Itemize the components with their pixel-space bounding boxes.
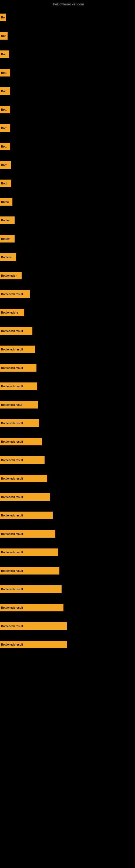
bar-row: Bot xyxy=(0,27,135,45)
bar-label: Bott xyxy=(0,161,11,169)
bar-row: Bottleneck result xyxy=(0,488,135,506)
bar-label: Bottlen xyxy=(0,216,14,224)
site-title: TheBottlenecker.com xyxy=(0,0,135,7)
list-item: Bottlen xyxy=(0,216,14,224)
list-item: Bottleneck re xyxy=(0,309,24,316)
bar-row: Bottleneck result xyxy=(0,525,135,543)
bar-row: Bott xyxy=(0,45,135,63)
list-item: Bottleneck result xyxy=(0,530,55,538)
bar-label: Bottlen xyxy=(0,235,14,243)
bar-row: Bottleneck result xyxy=(0,414,135,432)
list-item: Bottleneck result xyxy=(0,604,63,611)
bars-container: BoBotBottBottBottBottBottBottBottBottlBo… xyxy=(0,8,135,654)
bar-row: Bottleneck result xyxy=(0,469,135,488)
list-item: Bottlen xyxy=(0,235,14,243)
bar-label: Bottleneck result xyxy=(0,438,42,445)
list-item: Bottlene xyxy=(0,253,16,261)
bar-label: Bott xyxy=(0,51,9,58)
bar-label: Bottleneck result xyxy=(0,456,45,464)
bar-row: Bottleneck result xyxy=(0,543,135,561)
bar-label: Bottleneck result xyxy=(0,382,37,390)
list-item: Bottleneck result xyxy=(0,456,45,464)
list-item: Bottleneck result xyxy=(0,290,30,298)
bar-label: Bottleneck result xyxy=(0,493,50,501)
list-item: Bottleneck resul xyxy=(0,401,38,408)
bar-row: Bott xyxy=(0,82,135,100)
bar-row: Bottl xyxy=(0,174,135,193)
list-item: Bott xyxy=(0,124,10,132)
bar-label: Bottleneck result xyxy=(0,475,47,482)
bar-row: Bottleneck result xyxy=(0,598,135,617)
list-item: Bot xyxy=(0,32,8,40)
bar-row: Bottleneck result xyxy=(0,340,135,359)
bar-row: Bott xyxy=(0,137,135,156)
bar-row: Bottleneck r xyxy=(0,267,135,285)
list-item: Bottleneck result xyxy=(0,641,67,648)
bar-label: Bottleneck result xyxy=(0,346,35,353)
list-item: Bottleneck result xyxy=(0,622,67,630)
bar-label: Bottleneck result xyxy=(0,290,30,298)
bar-label: Bottlene xyxy=(0,253,16,261)
bar-label: Bott xyxy=(0,106,10,113)
bar-label: Bottleneck resul xyxy=(0,401,38,408)
bar-label: Bottleneck result xyxy=(0,512,53,519)
list-item: Bottleneck result xyxy=(0,475,47,482)
bar-label: Bottleneck result xyxy=(0,530,55,538)
bar-row: Bott xyxy=(0,119,135,137)
bar-label: Bottleneck result xyxy=(0,327,32,335)
bar-row: Bottleneck result xyxy=(0,322,135,340)
bar-label: Bottleneck result xyxy=(0,364,37,372)
bar-label: Bott xyxy=(0,143,10,150)
bar-row: Bottleneck result xyxy=(0,506,135,525)
bar-row: Bottleneck resul xyxy=(0,396,135,414)
list-item: Bottleneck result xyxy=(0,420,39,427)
bar-label: Bo xyxy=(0,13,6,21)
bar-label: Bottleneck result xyxy=(0,420,39,427)
bar-label: Bottleneck result xyxy=(0,549,58,556)
list-item: Bottleneck result xyxy=(0,382,37,390)
bar-row: Bott xyxy=(0,156,135,174)
bar-row: Bottleneck result xyxy=(0,451,135,469)
bar-row: Bottleneck result xyxy=(0,432,135,451)
bar-row: Bottleneck result xyxy=(0,359,135,377)
bar-row: Bott xyxy=(0,63,135,82)
list-item: Bo xyxy=(0,13,6,21)
list-item: Bottleneck result xyxy=(0,364,37,372)
bar-row: Bottlen xyxy=(0,229,135,248)
list-item: Bottleneck result xyxy=(0,512,53,519)
bar-row: Bo xyxy=(0,8,135,27)
bar-label: Bot xyxy=(0,32,8,40)
bar-row: Bottlen xyxy=(0,211,135,229)
list-item: Bott xyxy=(0,51,9,58)
list-item: Bottl xyxy=(0,180,11,187)
list-item: Bott xyxy=(0,143,10,150)
bar-label: Bottleneck result xyxy=(0,641,67,648)
bar-label: Bottleneck re xyxy=(0,309,24,316)
bar-label: Bott xyxy=(0,87,10,95)
list-item: Bottleneck result xyxy=(0,585,61,593)
list-item: Bott xyxy=(0,106,10,113)
list-item: Bott xyxy=(0,87,10,95)
list-item: Bottleneck result xyxy=(0,493,50,501)
bar-label: Bottleneck result xyxy=(0,604,63,611)
bar-label: Bottleneck r xyxy=(0,272,21,279)
bar-label: Bott xyxy=(0,69,10,76)
list-item: Bott xyxy=(0,69,10,76)
bar-row: Bott xyxy=(0,100,135,119)
list-item: Bottleneck result xyxy=(0,327,32,335)
bar-label: Bott xyxy=(0,124,10,132)
bar-row: Bottlene xyxy=(0,248,135,267)
bar-row: Bottleneck result xyxy=(0,635,135,654)
list-item: Bottleneck result xyxy=(0,346,35,353)
list-item: Bott xyxy=(0,161,11,169)
list-item: Bottleneck r xyxy=(0,272,21,279)
bar-row: Bottleneck result xyxy=(0,377,135,396)
bar-row: Bottleneck result xyxy=(0,561,135,580)
bar-row: Bottleneck result xyxy=(0,285,135,303)
bar-label: Bottl xyxy=(0,180,11,187)
bar-label: Bottle xyxy=(0,198,12,206)
bar-row: Bottle xyxy=(0,193,135,211)
bar-row: Bottleneck result xyxy=(0,580,135,598)
bar-label: Bottleneck result xyxy=(0,567,59,575)
bar-row: Bottleneck result xyxy=(0,617,135,635)
